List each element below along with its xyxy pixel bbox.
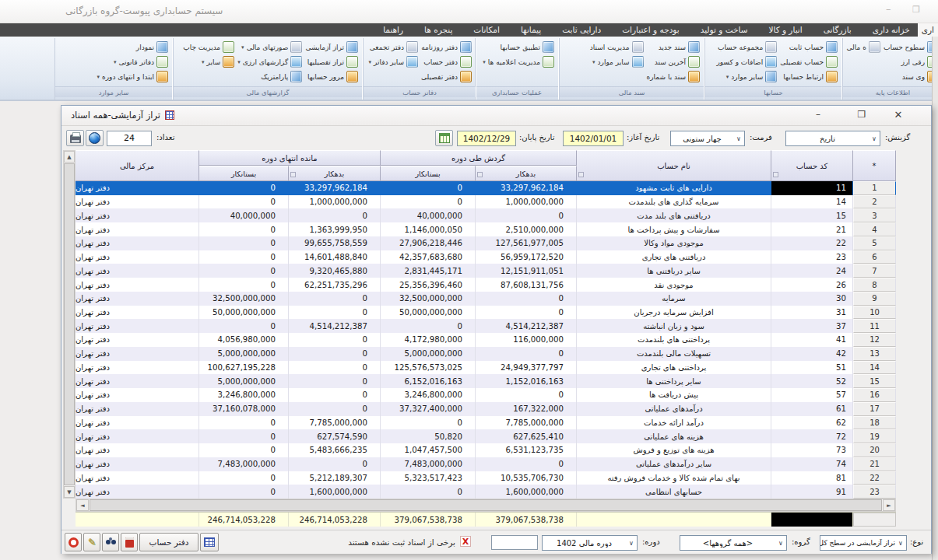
- menu-tab[interactable]: انبار و کالا: [768, 23, 802, 37]
- table-row[interactable]: دفتر تهران0627,574,59050,820627,625,410ه…: [76, 429, 896, 443]
- table-row[interactable]: دفتر تهران01,600,000,00001,600,000,000حس…: [76, 485, 896, 499]
- table-row[interactable]: دفتر تهران05,483,666,2351,047,457,5006,5…: [76, 443, 896, 457]
- type-combobox[interactable]: ∨ تراز آزمایشی در سطح کل: [820, 535, 907, 551]
- menu-tab[interactable]: بودجه و اعتبارات: [622, 23, 679, 37]
- ribbon-item[interactable]: دفتر روزنامه: [420, 40, 473, 54]
- table-row[interactable]: دفتر تهران4,056,980,00004,172,980,000116…: [76, 333, 896, 347]
- bookmark-button[interactable]: [121, 533, 138, 551]
- scroll-up-icon[interactable]: ▲: [64, 151, 75, 163]
- ribbon-item[interactable]: پارامتریک: [236, 69, 304, 84]
- ribbon-item[interactable]: اضافات و کسور: [715, 54, 778, 69]
- table-row[interactable]: دفتر تهران05,212,189,3075,323,517,42310,…: [76, 471, 896, 485]
- ribbon-item[interactable]: مدیریت اعلامیه ها▾: [481, 54, 556, 69]
- table-row[interactable]: دفتر تهران50,000,000,000050,000,000,0000…: [76, 306, 896, 320]
- ribbon-item[interactable]: نمودار: [96, 40, 170, 54]
- dialog-maximize-icon[interactable]: ❒: [855, 109, 869, 120]
- end-date-field[interactable]: 1402/12/29: [457, 131, 516, 146]
- table-row[interactable]: دفتر تهران04,514,212,38704,514,212,387سو…: [76, 319, 896, 333]
- period-combobox[interactable]: ∨ دوره مالی 1402: [542, 535, 638, 551]
- ribbon-item[interactable]: سند جدید: [645, 40, 702, 54]
- ribbon-item[interactable]: وی سند: [882, 69, 938, 84]
- table-row[interactable]: دفتر تهران099,655,758,55927,906,218,4461…: [76, 236, 896, 250]
- vertical-scroll-thumb[interactable]: [64, 163, 75, 485]
- table-row[interactable]: دفتر تهران37,160,078,000037,327,400,0001…: [76, 402, 896, 416]
- header-balance-group[interactable]: مانده انتهای دوره: [199, 150, 381, 166]
- header-row-number[interactable]: *: [853, 150, 896, 181]
- menu-tab[interactable]: خزانه داری: [873, 23, 910, 37]
- menu-tab[interactable]: راهنما: [383, 23, 403, 37]
- app-maximize-icon[interactable]: ❒: [912, 5, 920, 15]
- group-combobox[interactable]: ∨ <همه گروهها>: [680, 535, 787, 551]
- table-row[interactable]: دفتر تهران5,000,000,00005,000,000,0000تس…: [76, 347, 896, 361]
- table-row[interactable]: دفتر تهران01,363,999,9501,146,000,0502,5…: [76, 222, 896, 236]
- ribbon-item[interactable]: حساب تفصیلی: [778, 54, 839, 69]
- ribbon-item[interactable]: مجموعه حساب: [715, 40, 778, 54]
- search-button[interactable]: [102, 533, 119, 551]
- header-balance-credit[interactable]: بستانکار: [199, 166, 289, 181]
- ribbon-item[interactable]: مدیریت اسناد: [588, 40, 645, 54]
- table-row[interactable]: دفتر تهران09,320,465,8802,831,445,17112,…: [76, 264, 896, 278]
- header-account-code[interactable]: کد حساب: [771, 150, 853, 181]
- menu-tab[interactable]: دارایی ثابت: [562, 23, 601, 37]
- header-turnover-credit[interactable]: بستانکار: [381, 166, 476, 181]
- ribbon-item[interactable]: تطبیق حسابها: [481, 40, 556, 54]
- status-empty-field[interactable]: [491, 535, 538, 550]
- scroll-down-icon[interactable]: ▼: [64, 486, 75, 498]
- dialog-close-icon[interactable]: ✕: [891, 109, 905, 121]
- selection-combobox[interactable]: ∨ تاریخ: [785, 131, 880, 146]
- globe-button[interactable]: [86, 130, 104, 146]
- ribbon-item[interactable]: آخرین سند: [645, 54, 702, 69]
- header-turnover-debit[interactable]: بدهکار: [476, 166, 577, 181]
- header-account-name[interactable]: نام حساب: [577, 150, 771, 181]
- header-turnover-group[interactable]: گردش طی دوره: [381, 150, 577, 166]
- start-date-field[interactable]: 1402/01/01: [563, 131, 624, 146]
- table-row[interactable]: دفتر تهران033,297,962,184033,297,962,184…: [76, 181, 896, 195]
- ribbon-item[interactable]: تراز تفصیلیها: [304, 54, 360, 69]
- count-field[interactable]: 24: [107, 131, 152, 146]
- ribbon-item[interactable]: سند با شماره: [645, 69, 702, 84]
- ribbon-item[interactable]: سطوح حساب: [882, 40, 938, 54]
- ribbon-item[interactable]: صورتهای مالی▾: [236, 40, 304, 54]
- ribbon-item[interactable]: رقی ارز: [882, 54, 938, 69]
- grid-view-button[interactable]: [200, 533, 219, 551]
- vertical-scrollbar[interactable]: ▲ ▼: [63, 150, 76, 499]
- table-row[interactable]: دفتر تهران01,000,000,00001,000,000,000سر…: [76, 195, 896, 209]
- ribbon-item[interactable]: گزارشهای ارزی▾: [236, 54, 304, 69]
- ribbon-item[interactable]: سایر موارد▾: [588, 54, 645, 69]
- ribbon-item[interactable]: ابتدا و انتهای دوره▾: [96, 69, 170, 84]
- header-financial-center[interactable]: مرکز مالی: [76, 150, 199, 181]
- menu-tab-active[interactable]: اری: [918, 23, 938, 37]
- edit-button[interactable]: ✎: [83, 533, 100, 551]
- menu-tab[interactable]: امکانات: [473, 23, 500, 37]
- table-row[interactable]: دفتر تهران40,000,000040,000,0000دریافتنی…: [76, 208, 896, 222]
- ribbon-item[interactable]: مرور حسابها: [304, 69, 360, 84]
- ledger-button[interactable]: دفتر حساب: [139, 533, 198, 551]
- table-row[interactable]: دفتر تهران062,251,735,29625,356,396,4608…: [76, 278, 896, 292]
- ribbon-item[interactable]: سایر دفاتر▾: [367, 54, 420, 69]
- ribbon-item[interactable]: ارتباط حسابها: [778, 69, 839, 84]
- exit-button[interactable]: [65, 533, 82, 551]
- ribbon-item[interactable]: دفتر تجمعی: [367, 40, 420, 54]
- menu-tab[interactable]: بازرگانی: [824, 23, 852, 37]
- dialog-minimize-icon[interactable]: –: [811, 109, 825, 120]
- table-row[interactable]: دفتر تهران7,483,000,00007,483,000,0000سا…: [76, 457, 896, 471]
- scroll-left-icon[interactable]: ◄: [76, 499, 89, 511]
- table-row[interactable]: دفتر تهران32,500,000,000032,500,000,0000…: [76, 292, 896, 306]
- ribbon-item[interactable]: دفتر تفصیلی: [420, 69, 473, 84]
- app-minimize-icon[interactable]: –: [886, 3, 891, 15]
- table-row[interactable]: دفتر تهران100,627,195,2280125,576,573,02…: [76, 361, 896, 375]
- ribbon-item[interactable]: سایر▾: [181, 54, 236, 69]
- print-button[interactable]: [66, 130, 84, 146]
- menu-tab[interactable]: پیمانها: [521, 23, 541, 37]
- ribbon-item[interactable]: دفتر حساب: [420, 54, 473, 69]
- ribbon-item[interactable]: ه مالی: [845, 40, 882, 54]
- ribbon-item[interactable]: تراز آزمایشی: [304, 40, 360, 54]
- header-balance-debit[interactable]: بدهکار: [289, 166, 381, 181]
- ribbon-item[interactable]: مدیریت چاپ: [181, 40, 236, 54]
- horizontal-scrollbar[interactable]: ◄ ►: [76, 499, 896, 512]
- table-row[interactable]: دفتر تهران07,785,000,00007,785,000,000در…: [76, 416, 896, 430]
- scroll-right-icon[interactable]: ►: [883, 499, 895, 511]
- table-row[interactable]: دفتر تهران3,246,800,00003,246,800,0000پی…: [76, 388, 896, 402]
- horizontal-scroll-thumb[interactable]: [90, 499, 882, 511]
- ribbon-item[interactable]: دفاتر قانونی▾: [96, 54, 170, 69]
